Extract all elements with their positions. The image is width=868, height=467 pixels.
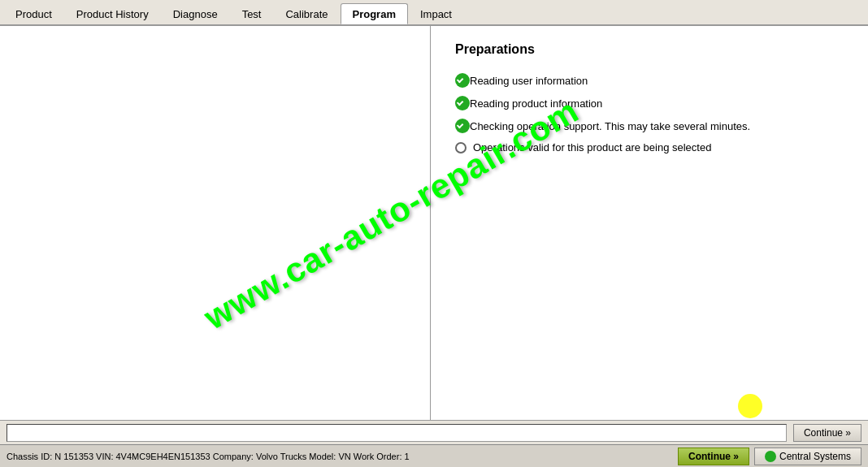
central-systems-button[interactable]: Central Systems: [754, 448, 861, 465]
prep-item-label-reading-user: Reading user information: [470, 75, 588, 87]
nav-tab-diagnose[interactable]: Diagnose: [161, 3, 230, 24]
prep-item-checking-operation: Checking operation support. This may tak…: [455, 119, 844, 133]
check-icon-reading-user: [455, 73, 470, 88]
nav-tab-test[interactable]: Test: [230, 3, 274, 24]
continue-button-bottom[interactable]: Continue »: [793, 424, 861, 442]
status-input[interactable]: [7, 424, 787, 442]
left-panel: [0, 26, 431, 420]
preparations-title: Preparations: [455, 42, 844, 57]
right-panel: Preparations Reading user informationRea…: [431, 26, 868, 420]
footer-bar: Chassis ID: N 151353 VIN: 4V4MC9EH4EN151…: [0, 444, 868, 467]
continue-button-footer[interactable]: Continue »: [678, 448, 749, 465]
cursor-highlight: [738, 394, 762, 418]
prep-items-list: Reading user informationReading product …: [455, 73, 844, 154]
nav-tab-product[interactable]: Product: [3, 3, 64, 24]
check-icon-checking-operation: [455, 119, 470, 133]
nav-tab-calibrate[interactable]: Calibrate: [273, 3, 340, 24]
prep-item-label-operations-valid: Operations valid for this product are be…: [473, 141, 711, 154]
prep-item-reading-user: Reading user information: [455, 73, 844, 88]
bottom-status-bar: Continue »: [0, 420, 868, 444]
nav-tab-impact[interactable]: Impact: [408, 3, 464, 24]
central-systems-icon: [765, 451, 776, 462]
footer-info: Chassis ID: N 151353 VIN: 4V4MC9EH4EN151…: [7, 452, 678, 461]
check-icon-reading-product: [455, 96, 470, 110]
prep-item-reading-product: Reading product information: [455, 96, 844, 110]
prep-item-label-checking-operation: Checking operation support. This may tak…: [470, 120, 750, 132]
central-systems-label: Central Systems: [779, 451, 851, 462]
nav-bar: ProductProduct HistoryDiagnoseTestCalibr…: [0, 0, 868, 26]
prep-item-operations-valid: Operations valid for this product are be…: [455, 141, 844, 154]
radio-icon-operations-valid: [455, 142, 467, 154]
nav-tab-product-history[interactable]: Product History: [64, 3, 161, 24]
nav-tab-program[interactable]: Program: [341, 3, 408, 24]
main-area: Preparations Reading user informationRea…: [0, 26, 868, 420]
prep-item-label-reading-product: Reading product information: [470, 97, 602, 110]
